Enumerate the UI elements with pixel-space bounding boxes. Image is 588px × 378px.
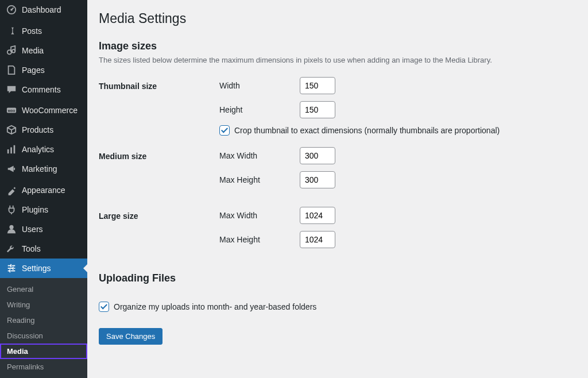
thumbnail-height-label: Height [219,105,300,114]
thumbnail-width-input[interactable] [300,77,335,94]
sidebar-item-dashboard[interactable]: Dashboard [0,0,87,20]
pin-icon [6,25,17,37]
comment-icon [6,84,17,95]
woo-icon: woo [6,105,17,116]
thumbnail-crop-label: Crop thumbnail to exact dimensions (norm… [234,126,500,135]
sidebar-item-pages[interactable]: Pages [0,60,87,80]
admin-sidebar: Dashboard Posts Media Pages Comments woo… [0,0,87,378]
large-height-label: Max Height [219,235,300,244]
svg-rect-11 [12,265,15,267]
save-button[interactable]: Save Changes [99,328,163,345]
svg-rect-8 [14,145,16,153]
svg-rect-13 [14,268,16,269]
sidebar-item-label: Analytics [22,145,54,154]
tools-icon [6,243,17,254]
thumbnail-crop-label-wrap[interactable]: Crop thumbnail to exact dimensions (norm… [219,125,571,136]
thumbnail-height-input[interactable] [300,101,335,118]
submenu-item-general[interactable]: General [0,281,87,297]
organize-checkbox[interactable] [99,302,109,312]
svg-point-3 [12,49,15,52]
svg-rect-18 [9,269,10,272]
svg-point-9 [9,225,13,229]
thumbnail-width-label: Width [219,81,300,90]
sidebar-item-label: Posts [22,26,42,36]
sidebar-item-products[interactable]: Products [0,120,87,140]
sidebar-item-label: Appearance [22,186,65,195]
submenu-item-reading[interactable]: Reading [0,313,87,328]
sidebar-item-posts[interactable]: Posts [0,21,87,41]
medium-width-input[interactable] [300,147,335,164]
sidebar-item-media[interactable]: Media [0,41,87,60]
uploading-table: Organize my uploads into month- and year… [99,288,577,318]
svg-rect-17 [13,267,14,269]
sidebar-item-label: Plugins [22,205,48,214]
sidebar-item-label: Dashboard [22,5,61,14]
sidebar-item-label: WooCommerce [22,106,78,115]
marketing-icon [6,163,17,175]
sidebar-item-label: Tools [22,244,41,253]
medium-heading: Medium size [99,141,219,201]
submenu-item-writing[interactable]: Writing [0,297,87,313]
medium-height-label: Max Height [219,175,300,184]
sidebar-item-analytics[interactable]: Analytics [0,140,87,159]
sidebar-item-appearance[interactable]: Appearance [0,180,87,200]
submenu-item-media[interactable]: Media [0,344,87,359]
image-sizes-desc: The sizes listed below determine the max… [99,56,577,64]
thumbnail-heading: Thumbnail size [99,71,219,141]
page-icon [6,64,17,76]
sidebar-item-label: Marketing [22,164,57,173]
page-title: Media Settings [99,6,577,29]
sidebar-item-label: Comments [22,85,61,94]
sidebar-item-woocommerce[interactable]: woo WooCommerce [0,101,87,120]
settings-icon [6,263,17,274]
medium-height-input[interactable] [300,171,335,188]
analytics-icon [6,144,17,155]
organize-label-wrap[interactable]: Organize my uploads into month- and year… [99,302,571,312]
media-icon [6,45,17,56]
appearance-icon [6,184,17,196]
sidebar-item-label: Products [22,125,53,134]
svg-rect-6 [7,149,9,153]
image-sizes-heading: Image sizes [99,40,577,52]
submenu-item-permalinks[interactable]: Permalinks [0,359,87,375]
medium-width-label: Max Width [219,151,300,160]
sidebar-item-settings[interactable]: Settings [0,259,87,278]
sidebar-item-marketing[interactable]: Marketing [0,159,87,179]
content-area: Media Settings Image sizes The sizes lis… [87,0,588,378]
thumbnail-crop-checkbox[interactable] [219,125,230,136]
sidebar-item-comments[interactable]: Comments [0,80,87,99]
svg-rect-12 [8,268,13,269]
sidebar-item-label: Media [22,46,44,55]
sidebar-item-label: Pages [22,65,45,75]
sidebar-item-label: Settings [22,264,51,273]
sidebar-item-plugins[interactable]: Plugins [0,200,87,219]
settings-table: Thumbnail size Width Height Crop thumbna… [99,71,577,261]
organize-label: Organize my uploads into month- and year… [114,302,316,311]
svg-rect-16 [10,264,11,267]
large-height-input[interactable] [300,231,335,248]
sidebar-item-tools[interactable]: Tools [0,239,87,259]
large-width-label: Max Width [219,211,300,220]
product-icon [6,124,17,136]
submenu-item-discussion[interactable]: Discussion [0,328,87,344]
svg-rect-7 [10,148,12,154]
svg-rect-15 [11,271,15,272]
settings-submenu: General Writing Reading Discussion Media… [0,278,87,378]
sidebar-item-label: Users [22,225,43,234]
svg-text:woo: woo [7,109,16,113]
plugin-icon [6,204,17,215]
dashboard-icon [6,4,17,16]
users-icon [6,223,17,235]
large-width-input[interactable] [300,207,335,224]
sidebar-item-users[interactable]: Users [0,219,87,239]
svg-point-1 [10,9,13,11]
large-heading: Large size [99,201,219,261]
uploading-heading: Uploading Files [99,272,577,284]
